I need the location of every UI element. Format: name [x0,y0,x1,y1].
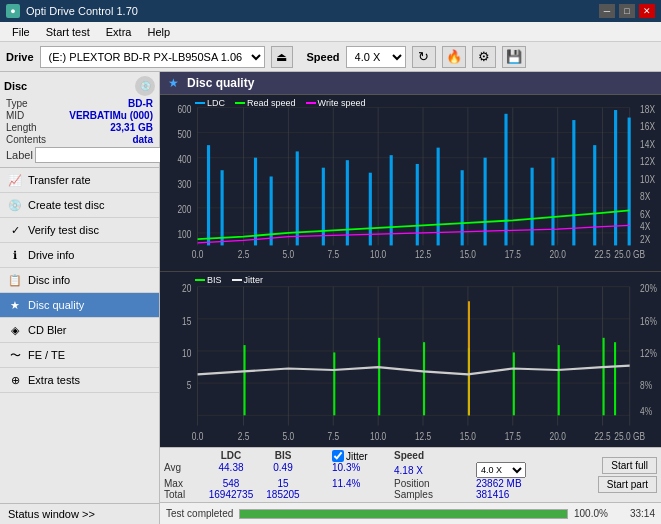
svg-rect-28 [437,148,440,246]
svg-text:2.5: 2.5 [238,249,250,260]
svg-text:500: 500 [177,129,191,140]
sidebar-item-disc-info[interactable]: 📋 Disc info [0,268,159,293]
svg-rect-20 [254,158,257,246]
menubar: File Start test Extra Help [0,22,661,42]
disc-type-value: BD-R [128,98,153,109]
svg-text:2.5: 2.5 [238,429,250,442]
svg-text:20%: 20% [640,282,657,295]
svg-rect-84 [423,342,425,415]
drive-label: Drive [6,51,34,63]
stats-spacer2 [310,450,330,462]
svg-text:0.0: 0.0 [192,249,204,260]
sidebar-item-cd-bler[interactable]: ◈ CD Bler [0,318,159,343]
save-button[interactable]: 💾 [502,46,526,68]
ldc-legend-label: LDC [207,98,225,108]
sidebar-item-disc-quality[interactable]: ★ Disc quality [0,293,159,318]
disc-info-icon: 📋 [8,273,22,287]
stats-bar: LDC BIS Jitter Speed Avg 44.38 0.49 10.3… [160,447,661,502]
stats-total-label: Total [164,489,204,500]
write-speed-legend-color [306,102,316,104]
close-button[interactable]: ✕ [639,4,655,18]
burn-button[interactable]: 🔥 [442,46,466,68]
svg-text:5.0: 5.0 [283,429,295,442]
menu-help[interactable]: Help [139,25,178,39]
svg-rect-36 [614,110,617,245]
titlebar: ● Opti Drive Control 1.70 ─ □ ✕ [0,0,661,22]
menu-file[interactable]: File [4,25,38,39]
start-full-button[interactable]: Start full [602,457,657,474]
sidebar: Disc 💿 Type BD-R MID VERBATIMu (000) Len… [0,72,160,524]
stats-max-bis: 15 [258,478,308,489]
svg-text:20: 20 [182,282,192,295]
window-controls: ─ □ ✕ [599,4,655,18]
svg-text:20.0: 20.0 [550,429,567,442]
status-window[interactable]: Status window >> [0,503,159,524]
disc-label-input[interactable] [35,147,168,163]
sidebar-item-verify-test-disc[interactable]: ✓ Verify test disc [0,218,159,243]
svg-rect-87 [513,352,515,415]
sidebar-item-label-disc-info: Disc info [28,274,70,286]
svg-text:8%: 8% [640,378,652,391]
svg-rect-33 [551,158,554,246]
disc-length-value: 23,31 GB [110,122,153,133]
progress-percent: 100.0% [574,508,614,519]
svg-text:300: 300 [177,179,191,190]
svg-text:16%: 16% [640,314,657,327]
bis-legend-label: BIS [207,275,222,285]
disc-length-row: Length 23,31 GB [4,122,155,133]
svg-text:25.0 GB: 25.0 GB [614,429,645,442]
svg-text:12X: 12X [640,157,655,168]
stats-header-bis: BIS [258,450,308,462]
maximize-button[interactable]: □ [619,4,635,18]
sidebar-item-extra-tests[interactable]: ⊕ Extra tests [0,368,159,393]
stats-max-ldc: 548 [206,478,256,489]
svg-text:16X: 16X [640,121,655,132]
stats-spacer [164,450,204,462]
sidebar-item-create-test-disc[interactable]: 💿 Create test disc [0,193,159,218]
progress-bar-fill [240,510,567,518]
start-part-button[interactable]: Start part [598,476,657,493]
chart1-legend: LDC Read speed Write speed [195,98,365,108]
status-window-label: Status window >> [8,508,95,520]
sidebar-item-label-extra-tests: Extra tests [28,374,80,386]
svg-text:8X: 8X [640,192,650,203]
disc-icon: 💿 [135,76,155,96]
samples-val: 381416 [476,489,556,500]
svg-text:17.5: 17.5 [505,249,521,260]
svg-text:12%: 12% [640,346,657,359]
sidebar-item-fe-te[interactable]: 〜 FE / TE [0,343,159,368]
disc-label-row: Label ▼ [4,147,155,163]
svg-text:10X: 10X [640,174,655,185]
stats-avg-jitter: 10.3% [332,462,392,478]
stats-spacer6 [310,489,330,500]
jitter-checkbox[interactable] [332,450,344,462]
disc-header: Disc 💿 [4,76,155,96]
svg-rect-30 [484,158,487,246]
svg-rect-18 [207,145,210,245]
cd-bler-icon: ◈ [8,323,22,337]
disc-quality-icon: ★ [8,298,22,312]
sidebar-item-label-cd-bler: CD Bler [28,324,67,336]
position-row: Position [394,478,474,489]
jitter-legend-label: Jitter [244,275,264,285]
menu-start-test[interactable]: Start test [38,25,98,39]
svg-text:200: 200 [177,204,191,215]
drive-select[interactable]: (E:) PLEXTOR BD-R PX-LB950SA 1.06 [40,46,265,68]
settings-button[interactable]: ⚙ [472,46,496,68]
svg-rect-90 [614,342,616,415]
stats-total-ldc: 16942735 [206,489,256,500]
minimize-button[interactable]: ─ [599,4,615,18]
stats-max-jitter: 11.4% [332,478,392,489]
speed-select[interactable]: 4.0 X 1.0 X 2.0 X 6.0 X 8.0 X [346,46,406,68]
refresh-button[interactable]: ↻ [412,46,436,68]
eject-button[interactable]: ⏏ [271,46,293,68]
menu-extra[interactable]: Extra [98,25,140,39]
stats-speed-select[interactable]: 4.0 X [476,462,526,478]
svg-text:2X: 2X [640,234,650,245]
drive-info-icon: ℹ [8,248,22,262]
disc-title: Disc [4,80,27,92]
svg-rect-34 [572,120,575,245]
svg-text:22.5: 22.5 [594,249,610,260]
sidebar-item-transfer-rate[interactable]: 📈 Transfer rate [0,168,159,193]
sidebar-item-drive-info[interactable]: ℹ Drive info [0,243,159,268]
